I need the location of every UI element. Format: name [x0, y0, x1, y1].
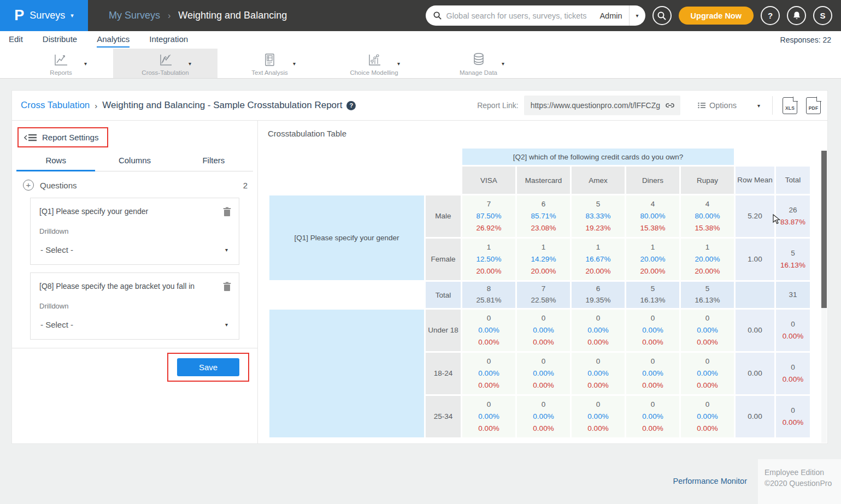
total-data-cell: 516.13% — [626, 282, 679, 308]
survey-nav-bar: Edit Distribute Analytics Integration Re… — [0, 31, 841, 49]
search-input[interactable] — [446, 11, 600, 20]
nav-tab-distribute[interactable]: Distribute — [43, 34, 77, 46]
crosstab-table-title: Crosstabulation Table — [268, 129, 822, 138]
toolbar-item-text-analysis[interactable]: ▾ Text Analysis — [217, 49, 322, 78]
column-header: Mastercard — [517, 167, 570, 194]
tab-filters[interactable]: Filters — [174, 156, 253, 171]
data-cell: 120.00%20.00% — [681, 239, 734, 280]
toolbar-item-reports[interactable]: ▾ Reports — [9, 49, 113, 78]
cross-tabulation-breadcrumb-link[interactable]: Cross Tabulation — [21, 100, 90, 111]
vertical-scrollbar-track[interactable] — [821, 151, 827, 443]
toolbar-item-cross-tabulation[interactable]: ▾ Cross-Tabulation — [113, 49, 217, 78]
nav-tab-integration[interactable]: Integration — [149, 34, 188, 46]
search-scope-caret-icon[interactable]: ▾ — [629, 5, 645, 26]
options-list-icon — [698, 102, 705, 109]
drilldown-select[interactable]: - Select - ▾ — [39, 242, 230, 259]
breadcrumb-current-survey: Weighting and Balancing — [178, 10, 287, 21]
upgrade-now-button[interactable]: Upgrade Now — [679, 7, 754, 25]
spacer-cell — [269, 167, 461, 194]
account-avatar[interactable]: S — [813, 6, 832, 25]
copyright-label: ©2020 QuestionPro — [764, 478, 836, 489]
questions-count-badge: 2 — [243, 181, 248, 190]
options-button[interactable]: Options — [698, 101, 737, 110]
search-submit-button[interactable] — [652, 6, 672, 25]
search-scope-select[interactable]: Admin — [599, 11, 628, 20]
total-row-mean-cell — [736, 282, 774, 308]
export-pdf-button[interactable]: PDF — [806, 97, 821, 114]
data-cell: 00.00%0.00% — [462, 396, 515, 437]
report-help-icon[interactable]: ? — [346, 101, 356, 110]
question-title: [Q8] Please specify the age bracket you … — [39, 282, 230, 290]
chevron-down-icon[interactable]: ▾ — [84, 61, 87, 67]
save-annotation-box: Save — [167, 353, 249, 382]
save-button[interactable]: Save — [177, 358, 239, 376]
analytics-toolbar: ▾ Reports ▾ Cross-Tabulation ▾ Text Anal… — [0, 49, 841, 79]
data-cell: 00.00%0.00% — [572, 396, 625, 437]
vertical-scrollbar-thumb[interactable] — [821, 151, 827, 308]
total-data-cell: 825.81% — [462, 282, 515, 308]
row-mean-cell: 5.20 — [736, 195, 774, 237]
row-total-cell: 2683.87% — [776, 195, 810, 237]
row-mean-header: Row Mean — [736, 167, 774, 194]
document-analysis-icon — [264, 52, 276, 67]
drilldown-label: Drilldown — [39, 302, 230, 310]
page-footer: Performance Monitor Employee Edition ©20… — [0, 444, 841, 504]
delete-question-icon[interactable] — [223, 282, 231, 294]
crosstab-main-area: Crosstabulation Table [Q2] which of the … — [258, 121, 827, 444]
chevron-down-icon[interactable]: ▾ — [293, 61, 296, 67]
total-data-cell: 619.35% — [572, 282, 625, 308]
chevron-down-icon: ▾ — [225, 247, 228, 253]
report-settings-toggle[interactable]: Report Settings — [17, 127, 108, 147]
chevron-down-icon[interactable]: ▾ — [502, 61, 504, 67]
nav-tab-analytics[interactable]: Analytics — [97, 34, 130, 48]
question-title: [Q1] Please specify your gender — [39, 207, 230, 216]
questionpro-crosstab-page: { "header": { "brand": { "logo": "P", "m… — [0, 0, 841, 504]
row-total-cell: 516.13% — [776, 239, 810, 280]
data-cell: 00.00%0.00% — [572, 353, 625, 394]
tab-columns[interactable]: Columns — [95, 156, 174, 171]
column-question-row: [Q2] which of the following credit cards… — [269, 149, 810, 165]
column-header: VISA — [462, 167, 515, 194]
questions-label: Questions — [40, 181, 77, 190]
spacer-cell — [736, 149, 810, 165]
row-total-cell: 00.00% — [776, 310, 810, 351]
performance-monitor-link[interactable]: Performance Monitor — [673, 477, 747, 485]
spacer-cell — [269, 149, 461, 165]
data-cell: 00.00%0.00% — [626, 310, 679, 351]
drilldown-select[interactable]: - Select - ▾ — [39, 317, 230, 334]
breadcrumb-separator-icon: › — [168, 11, 170, 21]
row-label: Under 18 — [426, 310, 461, 351]
top-header-bar: P Surveys ▾ My Surveys › Weighting and B… — [0, 0, 841, 31]
row-label: 18-24 — [426, 353, 461, 394]
help-button[interactable]: ? — [761, 6, 780, 25]
link-icon[interactable] — [665, 102, 675, 109]
notifications-button[interactable] — [787, 6, 806, 25]
row-question-cell — [269, 310, 424, 437]
toolbar-item-choice-modelling[interactable]: ▾ Choice Modelling — [322, 49, 426, 78]
chevron-down-icon[interactable]: ▾ — [189, 61, 191, 67]
report-link-url[interactable]: https://www.questionpro.com/t/lFFCZg — [531, 101, 660, 110]
brand-surveys-menu[interactable]: P Surveys ▾ — [0, 0, 88, 31]
data-cell: 685.71%23.08% — [517, 195, 570, 237]
data-cell: 00.00%0.00% — [626, 396, 679, 437]
row-question-cell: [Q1] Please specify your gender — [269, 195, 424, 280]
total-data-cell: 516.13% — [681, 282, 734, 308]
export-xls-button[interactable]: XLS — [783, 97, 797, 114]
options-caret-icon[interactable]: ▾ — [757, 103, 760, 109]
add-question-icon[interactable]: + — [23, 180, 34, 191]
toolbar-item-manage-data[interactable]: ▾ Manage Data — [426, 49, 531, 78]
scatter-chart-icon — [367, 52, 381, 67]
report-settings-label: Report Settings — [42, 133, 98, 142]
questionpro-logo: P — [14, 8, 24, 23]
delete-question-icon[interactable] — [223, 207, 231, 219]
question-mark-icon: ? — [768, 11, 773, 20]
nav-tab-edit[interactable]: Edit — [9, 34, 23, 46]
chevron-down-icon[interactable]: ▾ — [397, 61, 400, 67]
column-header: Diners — [626, 167, 679, 194]
data-cell: 00.00%0.00% — [572, 310, 625, 351]
toolbar-item-label: Reports — [50, 69, 72, 76]
global-search: Admin ▾ — [426, 5, 645, 26]
report-header-actions: Report Link: https://www.questionpro.com… — [477, 96, 821, 115]
tab-rows[interactable]: Rows — [16, 156, 95, 171]
breadcrumb-my-surveys[interactable]: My Surveys — [109, 10, 160, 21]
